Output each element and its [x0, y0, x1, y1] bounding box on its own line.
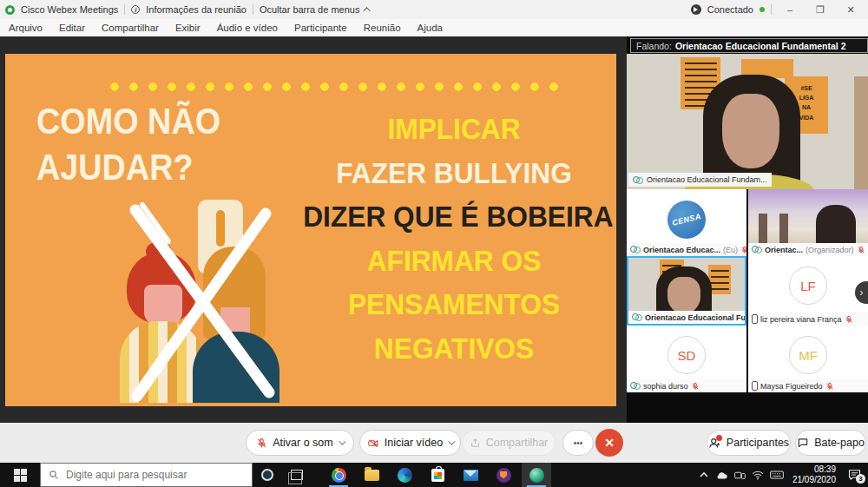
cortana-icon	[261, 469, 273, 481]
speaker-face	[722, 94, 779, 168]
muted-mic-icon	[825, 382, 834, 391]
unmute-button[interactable]: Ativar o som	[246, 430, 354, 456]
show-hidden-icons-button[interactable]	[700, 471, 708, 478]
close-button[interactable]: ✕	[838, 4, 863, 16]
webex-app-icon	[529, 468, 544, 483]
slide-item: FAZER BULLYING	[303, 152, 605, 196]
search-icon	[49, 470, 59, 480]
notification-dot	[716, 435, 722, 441]
phone-link-icon[interactable]	[734, 471, 746, 480]
self-video-thumbnail[interactable]: Orientacao Educacional Fun...	[627, 256, 746, 326]
share-icon	[470, 438, 481, 449]
meeting-control-bar: Ativar o som Iniciar vídeo Compartilhar …	[0, 423, 868, 463]
chrome-button[interactable]	[324, 463, 353, 487]
speaking-prefix: Falando:	[636, 41, 672, 51]
start-video-label: Iniciar vídeo	[385, 437, 443, 449]
more-options-button[interactable]: •••	[562, 430, 594, 456]
start-button[interactable]	[0, 463, 40, 487]
slide-item: PENSAMENTOS	[303, 283, 605, 327]
task-view-button[interactable]	[282, 463, 312, 487]
participant-label: Orientacao Educacional Fun...	[628, 311, 745, 324]
menu-participante[interactable]: Participante	[294, 23, 347, 33]
action-center-button[interactable]: 3	[845, 466, 864, 484]
taskbar-clock[interactable]: 08:39 21/09/2020	[790, 464, 838, 486]
webex-icon	[632, 313, 642, 321]
menu-exibir[interactable]: Exibir	[175, 23, 201, 33]
share-button[interactable]: Compartilhar	[462, 430, 556, 456]
shield-icon	[496, 468, 511, 483]
active-speaker-video[interactable]: #SE LIGA NA VIDA Orientacao Educacional …	[627, 54, 868, 189]
connection-icon	[691, 4, 701, 15]
webex-logo-icon	[5, 5, 15, 15]
divider	[253, 4, 253, 15]
webex-icon	[752, 246, 762, 253]
menu-editar[interactable]: Editar	[59, 23, 85, 33]
participant-thumbnail[interactable]: CENSA Orientacao Educac... (Eu)	[627, 189, 746, 256]
start-video-button[interactable]: Iniciar vídeo	[359, 430, 461, 456]
minimize-button[interactable]: –	[778, 4, 802, 15]
chevron-up-icon	[364, 7, 371, 14]
windows-logo-icon	[14, 469, 27, 482]
participant-label: Orientac... (Organizador)	[748, 243, 868, 256]
windows-taskbar: 08:39 21/09/2020 3	[0, 463, 868, 487]
app-title: Cisco Webex Meetings	[21, 4, 118, 15]
menu-reuniao[interactable]: Reunião	[364, 23, 401, 33]
store-button[interactable]	[423, 463, 452, 487]
participant-label: Orientacao Educac... (Eu)	[627, 243, 746, 256]
participant-suffix: (Organizador)	[806, 246, 854, 254]
file-explorer-button[interactable]	[357, 463, 386, 487]
chevron-down-icon[interactable]	[339, 438, 345, 444]
participant-thumbnail[interactable]: SD sophia durso	[627, 326, 746, 392]
participant-label: liz pereira viana França	[748, 313, 868, 326]
webex-icon	[630, 382, 641, 390]
phone-device-icon	[752, 314, 758, 324]
edge-button[interactable]	[390, 463, 419, 487]
active-speaker-label: Orientacao Educacional Fundam...	[628, 173, 772, 187]
wifi-icon[interactable]	[752, 471, 764, 480]
share-label: Compartilhar	[486, 437, 549, 449]
muted-mic-icon	[256, 438, 267, 449]
crossed-out-people-illustration	[116, 200, 283, 403]
leave-meeting-button[interactable]: ✕	[595, 429, 623, 457]
participant-name: liz pereira viana França	[760, 315, 842, 324]
chat-button[interactable]: Bate-papo	[795, 430, 866, 456]
participant-thumbnail[interactable]: LF liz pereira viana França	[748, 256, 868, 326]
participants-label: Participantes	[727, 437, 789, 449]
menu-compartilhar[interactable]: Compartilhar	[102, 23, 159, 33]
folder-icon	[365, 470, 379, 481]
keyboard-icon[interactable]	[770, 471, 784, 479]
slide-title-line2: AJUDAR?	[36, 145, 220, 191]
presentation-slide: COMO NÃO AJUDAR? IMPLICAR FAZER BULLYING…	[5, 54, 616, 406]
mail-button[interactable]	[456, 463, 485, 487]
chevron-down-icon[interactable]	[448, 438, 455, 444]
muted-camera-icon	[367, 438, 379, 449]
title-bar: Cisco Webex Meetings i Informações da re…	[0, 0, 868, 19]
menu-audio-video[interactable]: Áudio e vídeo	[217, 23, 278, 33]
dots-decoration	[109, 82, 568, 92]
participants-button[interactable]: Participantes	[707, 430, 791, 456]
slide-item: AFIRMAR OS	[303, 240, 605, 284]
cortana-button[interactable]	[253, 463, 282, 487]
onedrive-cloud-icon[interactable]	[714, 471, 728, 480]
participant-suffix: (Eu)	[723, 246, 738, 254]
close-x-icon: ✕	[604, 436, 615, 450]
muted-mic-icon	[845, 315, 853, 324]
edge-icon	[398, 468, 412, 483]
task-view-icon	[291, 470, 303, 480]
hide-menubar-button[interactable]: Ocultar barra de menus	[260, 4, 360, 15]
taskbar-search[interactable]	[40, 463, 253, 487]
security-app-button[interactable]	[489, 463, 518, 487]
restore-button[interactable]: ❐	[808, 4, 832, 16]
menu-ajuda[interactable]: Ajuda	[418, 23, 443, 33]
participant-thumbnail[interactable]: MF Maysa Figueiredo	[748, 326, 868, 392]
menu-arquivo[interactable]: Arquivo	[9, 23, 43, 33]
chrome-icon	[332, 468, 346, 483]
clock-time: 08:39	[792, 464, 836, 476]
participant-name: Orientacao Educacional Fundam...	[647, 175, 767, 184]
search-input[interactable]	[66, 469, 231, 481]
system-tray: 08:39 21/09/2020 3	[700, 464, 868, 486]
webex-app-button[interactable]	[522, 463, 551, 487]
meeting-info-button[interactable]: Informações da reunião	[146, 4, 247, 15]
participant-thumbnail[interactable]: Orientac... (Organizador)	[748, 189, 868, 256]
slide-title-line1: COMO NÃO	[36, 99, 220, 145]
